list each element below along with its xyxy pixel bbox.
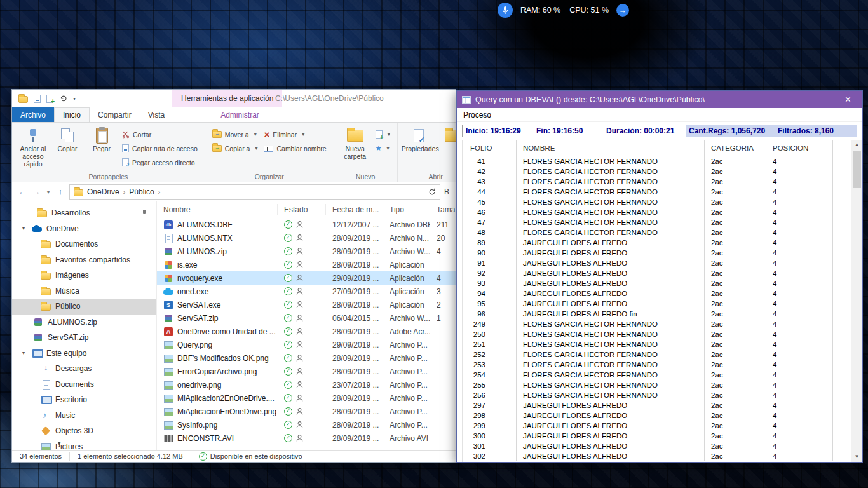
sidebar-item[interactable]: Este equipo (12, 346, 156, 362)
copy-path-button[interactable]: Copiar ruta de acceso (119, 142, 201, 154)
file-row[interactable]: ALUMNOS.NTX 28/09/2019 ... Archivo N... … (157, 231, 456, 245)
new-folder-button[interactable]: Nueva carpeta (338, 125, 372, 160)
query-row[interactable]: 256 FLORES GARCIA HECTOR FERNANDO 2ac 4 (463, 390, 851, 400)
scroll-down-chevron-icon[interactable]: ▾ (58, 440, 61, 446)
tab-archivo[interactable]: Archivo (12, 107, 54, 122)
minimize-button[interactable]: — (776, 91, 805, 108)
file-row[interactable]: OneDrive como Unidad de ... 28/09/2019 .… (157, 325, 456, 338)
query-row[interactable]: 42 FLORES GARCIA HECTOR FERNANDO 2ac 4 (463, 166, 851, 177)
file-row[interactable]: ServSAT.zip 06/04/2015 ... Archivo W... … (157, 311, 456, 325)
file-row[interactable]: DBF's Modificados OK.png 28/09/2019 ... … (157, 351, 456, 365)
breadcrumb-separator-icon[interactable] (158, 187, 161, 196)
qat-properties-icon[interactable] (34, 95, 41, 103)
sidebar-item[interactable]: Desarrollos (12, 205, 156, 221)
address-box[interactable]: OneDrive Público (69, 184, 440, 200)
cut-button[interactable]: Cortar (119, 128, 201, 140)
explorer-titlebar[interactable]: ▾ Herramientas de aplicación C:\Users\AG… (12, 90, 456, 107)
file-row[interactable]: SysInfo.png 28/09/2019 ... Archivo P... (157, 418, 456, 431)
column-header-nombre[interactable]: Nombre (157, 204, 278, 215)
properties-button[interactable]: Propiedades (402, 125, 436, 152)
close-button[interactable]: × (834, 91, 862, 108)
refresh-button[interactable] (428, 188, 436, 196)
delete-button[interactable]: × Eliminar (261, 128, 329, 140)
file-row[interactable]: ServSAT.exe 28/09/2019 ... Aplicación 2 (157, 298, 456, 311)
back-button[interactable]: ← (17, 187, 27, 196)
undo-icon[interactable] (59, 95, 67, 102)
qat-new-folder-icon[interactable] (46, 95, 53, 103)
query-row[interactable]: 301 JAUREGUI FLORES ALFREDO 2ac 4 (463, 441, 851, 451)
query-row[interactable]: 46 FLORES GARCIA HECTOR FERNANDO 2ac 4 (463, 207, 851, 217)
query-row[interactable]: 299 JAUREGUI FLORES ALFREDO 2ac 4 (463, 421, 851, 431)
column-header-tipo[interactable]: Tipo (383, 204, 430, 215)
copy-button[interactable]: Copiar (50, 125, 85, 152)
scroll-down-arrow-icon[interactable]: ▼ (855, 452, 860, 462)
breadcrumb-separator-icon[interactable] (123, 187, 126, 196)
breadcrumb-onedrive[interactable]: OneDrive (87, 187, 119, 196)
sidebar-item[interactable]: Documentos (12, 236, 156, 252)
query-row[interactable]: 302 JAUREGUI FLORES ALFREDO 2ac 4 (463, 451, 851, 461)
query-row[interactable]: 249 FLORES GARCIA HECTOR FERNANDO 2ac 4 (463, 319, 851, 329)
recent-locations-chevron[interactable]: ▾ (45, 189, 51, 195)
file-row[interactable]: MiAplicacionEnOneDrive.png 28/09/2019 ..… (157, 405, 456, 418)
search-input[interactable]: B (444, 187, 451, 196)
vertical-scrollbar[interactable]: ▲ ▼ (851, 140, 862, 462)
query-row[interactable]: 90 JAUREGUI FLORES ALFREDO 2ac 4 (463, 248, 851, 258)
file-row[interactable]: ALUMNOS.DBF 12/12/2007 ... Archivo DBF 2… (157, 218, 456, 231)
file-row[interactable]: onedrive.png 23/07/2019 ... Archivo P... (157, 378, 456, 391)
query-row[interactable]: 91 JAUREGUI FLORES ALFREDO 2ac 4 (463, 258, 851, 268)
file-row[interactable]: ErrorCopiarArchivo.png 28/09/2019 ... Ar… (157, 365, 456, 378)
maximize-button[interactable] (805, 91, 834, 108)
query-row[interactable]: 92 JAUREGUI FLORES ALFREDO 2ac 4 (463, 268, 851, 278)
scrollbar-thumb[interactable] (853, 151, 861, 188)
tab-administrar[interactable]: Administrar (212, 107, 268, 122)
query-row[interactable]: 47 FLORES GARCIA HECTOR FERNANDO 2ac 4 (463, 217, 851, 227)
up-button[interactable]: ↑ (55, 187, 65, 196)
sidebar-item[interactable]: Imágenes (12, 268, 156, 283)
query-row[interactable]: 300 JAUREGUI FLORES ALFREDO 2ac 4 (463, 431, 851, 441)
forward-button[interactable]: → (31, 187, 41, 196)
query-row[interactable]: 298 JAUREGUI FLORES ALFREDO 2ac 4 (463, 410, 851, 421)
tab-compartir[interactable]: Compartir (90, 107, 140, 122)
query-row[interactable]: 252 FLORES GARCIA HECTOR FERNANDO 2ac 4 (463, 349, 851, 360)
query-row[interactable]: 251 FLORES GARCIA HECTOR FERNANDO 2ac 4 (463, 339, 851, 349)
column-header-fecha[interactable]: Fecha de m... (326, 204, 383, 215)
query-row[interactable]: 93 JAUREGUI FLORES ALFREDO 2ac 4 (463, 278, 851, 288)
paste-button[interactable]: Pegar (85, 125, 119, 152)
open-button[interactable] (436, 125, 456, 145)
file-row[interactable]: oned.exe 27/09/2019 ... Aplicación 3 (157, 285, 456, 298)
sidebar-item[interactable]: Pictures (12, 439, 156, 451)
microphone-button[interactable] (498, 3, 513, 18)
file-row[interactable]: ENCONSTR.AVI 28/09/2019 ... Archivo AVI (157, 431, 456, 445)
column-header-estado[interactable]: Estado (278, 204, 326, 215)
column-header-folio[interactable]: FOLIO (463, 140, 517, 156)
tab-inicio[interactable]: Inicio (54, 107, 90, 122)
column-header-tamano[interactable]: Tama... (430, 204, 456, 215)
query-row[interactable]: 297 JAUREGUI FLORES ALFREDO 2ac 4 (463, 400, 851, 410)
column-header-nombre[interactable]: NOMBRE (517, 140, 705, 156)
query-row[interactable]: 45 FLORES GARCIA HECTOR FERNANDO 2ac 4 (463, 197, 851, 207)
query-row[interactable]: 94 JAUREGUI FLORES ALFREDO 2ac 4 (463, 288, 851, 299)
column-header-categoria[interactable]: CATEGORIA (705, 140, 766, 156)
query-row[interactable]: 250 FLORES GARCIA HECTOR FERNANDO 2ac 4 (463, 329, 851, 339)
sidebar-item[interactable]: ServSAT.zip (12, 330, 156, 346)
tab-vista[interactable]: Vista (140, 107, 173, 122)
easy-access-button[interactable]: ★ (372, 142, 393, 154)
query-row[interactable]: 95 JAUREGUI FLORES ALFREDO 2ac 4 (463, 299, 851, 309)
file-row[interactable]: Query.png 29/09/2019 ... Archivo P... (157, 338, 456, 351)
file-row[interactable]: ALUMNOS.zip 28/09/2019 ... Archivo W... … (157, 245, 456, 258)
breadcrumb-publico[interactable]: Público (129, 187, 154, 196)
sidebar-item[interactable]: Escritorio (12, 392, 156, 408)
query-row[interactable]: 253 FLORES GARCIA HECTOR FERNANDO 2ac 4 (463, 360, 851, 370)
query-row[interactable]: 41 FLORES GARCIA HECTOR FERNANDO 2ac 4 (463, 156, 851, 166)
sidebar-item[interactable]: Documents (12, 377, 156, 393)
file-row[interactable]: nvoquery.exe 29/09/2019 ... Aplicación 4 (157, 271, 456, 285)
sidebar-item[interactable]: Objetos 3D (12, 423, 156, 439)
column-header-posicion[interactable]: POSICION (766, 140, 833, 156)
rename-button[interactable]: Cambiar nombre (261, 142, 329, 154)
paste-shortcut-button[interactable]: Pegar acceso directo (119, 156, 201, 168)
query-row[interactable]: 254 FLORES GARCIA HECTOR FERNANDO 2ac 4 (463, 370, 851, 380)
sidebar-item[interactable]: OneDrive (12, 221, 156, 237)
query-row[interactable]: 255 FLORES GARCIA HECTOR FERNANDO 2ac 4 (463, 380, 851, 390)
query-row[interactable]: 48 FLORES GARCIA HECTOR FERNANDO 2ac 4 (463, 227, 851, 238)
sidebar-item[interactable]: Music (12, 408, 156, 424)
